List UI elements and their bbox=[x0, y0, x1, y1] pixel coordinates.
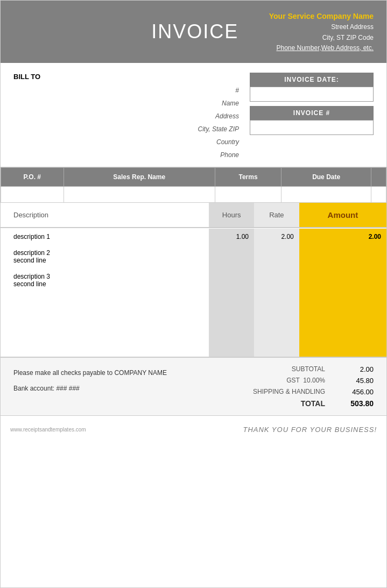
po-number-cell[interactable] bbox=[1, 186, 64, 202]
extra-header bbox=[371, 167, 386, 186]
subtotal-label: SUBTOTAL bbox=[228, 365, 325, 373]
totals-flex: Please make all checks payable to COMPAN… bbox=[13, 365, 374, 411]
po-data-row bbox=[1, 186, 386, 202]
company-address2: City, ST ZIP Code bbox=[269, 33, 374, 43]
company-contact: Phone Number,Web Address, etc. bbox=[276, 44, 374, 52]
shipping-row: SHIPPING & HANDLING 456.00 bbox=[212, 388, 374, 396]
bill-to-right: INVOICE DATE: INVOICE # bbox=[250, 73, 374, 161]
extra-cell bbox=[371, 186, 386, 202]
sales-rep-cell[interactable] bbox=[64, 186, 215, 202]
desc-row3-rate bbox=[254, 268, 299, 292]
bill-city-state-zip-field: City, State ZIP bbox=[13, 123, 239, 136]
desc-row3-amount bbox=[299, 268, 386, 292]
bill-phone-field: Phone bbox=[13, 148, 239, 161]
desc-col-header: Description bbox=[1, 203, 209, 228]
total-value: 503.80 bbox=[336, 399, 374, 408]
desc-row1-desc: description 1 bbox=[1, 229, 209, 245]
subtotal-value: 2.00 bbox=[336, 365, 374, 373]
due-date-cell[interactable] bbox=[282, 186, 371, 202]
bill-address-field: Address bbox=[13, 110, 239, 123]
desc-row2-desc: description 2 second line bbox=[1, 245, 209, 268]
checks-payable-text: Please make all checks payable to COMPAN… bbox=[13, 365, 167, 381]
desc-body: description 1 1.00 2.00 2.00 description… bbox=[1, 228, 386, 357]
invoice-header: INVOICE Your Service Company Name Street… bbox=[1, 1, 386, 63]
invoice-number-input[interactable] bbox=[250, 120, 374, 135]
terms-cell[interactable] bbox=[215, 186, 281, 202]
bill-name-field: Name bbox=[13, 97, 239, 110]
gst-label: GST 10.00% bbox=[228, 377, 325, 384]
totals-right: SUBTOTAL 2.00 GST 10.00% 45.80 SHIPPING … bbox=[212, 365, 374, 411]
gst-row: GST 10.00% 45.80 bbox=[212, 377, 374, 385]
description-table: Description Hours Rate Amount descriptio… bbox=[1, 203, 386, 357]
invoice-title: INVOICE bbox=[121, 20, 269, 43]
hours-col-header: Hours bbox=[209, 203, 254, 228]
invoice-date-label: INVOICE DATE: bbox=[250, 73, 374, 87]
bank-account-text: Bank account: ### ### bbox=[13, 381, 167, 396]
rate-col-header: Rate bbox=[254, 203, 299, 228]
amount-col-header: Amount bbox=[299, 203, 386, 228]
subtotal-row: SUBTOTAL 2.00 bbox=[212, 365, 374, 373]
terms-header: Terms bbox=[215, 167, 281, 186]
shipping-value: 456.00 bbox=[336, 388, 374, 396]
desc-header-row: Description Hours Rate Amount bbox=[1, 203, 386, 228]
po-table: P.O. # Sales Rep. Name Terms Due Date bbox=[1, 167, 386, 203]
desc-row2-hours bbox=[209, 245, 254, 268]
desc-row1-rate: 2.00 bbox=[254, 229, 299, 245]
desc-row3-hours bbox=[209, 268, 254, 292]
bill-number-field: # bbox=[13, 84, 239, 97]
total-label: TOTAL bbox=[228, 399, 325, 408]
po-header-row: P.O. # Sales Rep. Name Terms Due Date bbox=[1, 167, 386, 186]
gst-value: 45.80 bbox=[336, 377, 374, 385]
company-address1: Street Address bbox=[269, 22, 374, 32]
invoice-date-input[interactable] bbox=[250, 87, 374, 102]
footer-website: www.receiptsandtemplates.com bbox=[10, 427, 86, 433]
company-info: Your Service Company Name Street Address… bbox=[269, 10, 374, 53]
desc-row1-hours: 1.00 bbox=[209, 229, 254, 245]
bill-country-field: Country bbox=[13, 136, 239, 148]
invoice-footer: www.receiptsandtemplates.com THANK YOU F… bbox=[1, 415, 386, 443]
shipping-label: SHIPPING & HANDLING bbox=[228, 388, 325, 395]
total-row: TOTAL 503.80 bbox=[212, 399, 374, 408]
company-name: Your Service Company Name bbox=[269, 10, 374, 22]
invoice-number-label: INVOICE # bbox=[250, 106, 374, 120]
spacer-row-4 bbox=[1, 341, 386, 357]
bill-to-fields: # Name Address City, State ZIP Country P… bbox=[13, 84, 250, 161]
desc-row-1: description 1 1.00 2.00 2.00 bbox=[1, 229, 386, 245]
spacer-row-2 bbox=[1, 308, 386, 324]
desc-row2-amount bbox=[299, 245, 386, 268]
bill-to-left: BILL TO # Name Address City, State ZIP C… bbox=[13, 73, 250, 161]
bill-section: BILL TO # Name Address City, State ZIP C… bbox=[1, 63, 386, 167]
spacer-row-1 bbox=[1, 292, 386, 308]
po-number-header: P.O. # bbox=[1, 167, 64, 186]
desc-row3-desc: description 3 second line bbox=[1, 268, 209, 292]
totals-section: Please make all checks payable to COMPAN… bbox=[1, 357, 386, 415]
desc-row1-amount: 2.00 bbox=[299, 229, 386, 245]
due-date-header: Due Date bbox=[282, 167, 371, 186]
sales-rep-header: Sales Rep. Name bbox=[64, 167, 215, 186]
spacer-row-3 bbox=[1, 324, 386, 341]
bill-to-label: BILL TO bbox=[13, 73, 250, 81]
thank-you-message: THANK YOU FOR YOUR BUSINESS! bbox=[243, 426, 377, 434]
desc-row-3: description 3 second line bbox=[1, 268, 386, 292]
desc-row2-rate bbox=[254, 245, 299, 268]
totals-left: Please make all checks payable to COMPAN… bbox=[13, 365, 167, 396]
desc-row-2: description 2 second line bbox=[1, 245, 386, 268]
